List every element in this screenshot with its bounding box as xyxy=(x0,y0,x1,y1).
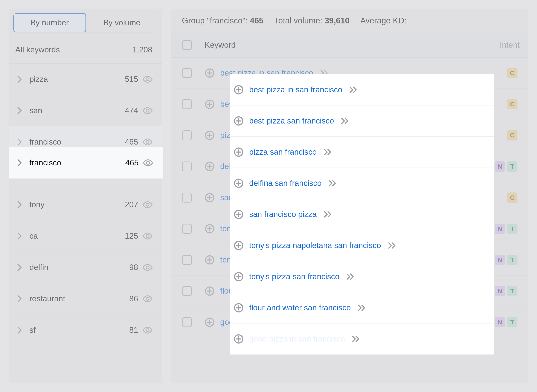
keyword-link[interactable]: delfina san francisco xyxy=(249,179,322,188)
eye-icon[interactable] xyxy=(142,201,153,208)
total-volume: Total volume: 39,610 xyxy=(274,16,350,25)
keyword-link[interactable]: tony's pizza napoletana san francisco xyxy=(249,241,381,250)
plus-circle-icon[interactable] xyxy=(205,130,215,140)
row-checkbox[interactable] xyxy=(182,162,192,171)
eye-icon[interactable] xyxy=(142,76,153,83)
chevron-right-icon xyxy=(16,107,23,114)
plus-circle-icon[interactable] xyxy=(205,317,215,327)
eye-icon[interactable] xyxy=(142,327,153,334)
group-name: francisco xyxy=(29,158,125,167)
intent-badge-n: N xyxy=(495,317,505,327)
group-count: 474 xyxy=(125,106,138,115)
sidebar-header: All keywords 1,208 xyxy=(9,36,162,64)
intent-badges: NT xyxy=(495,286,518,296)
eye-icon[interactable] xyxy=(142,107,153,114)
sidebar-item-tony[interactable]: tony207 xyxy=(9,189,162,220)
intent-badge-t: T xyxy=(507,224,518,234)
row-checkbox[interactable] xyxy=(182,317,192,327)
keyword-link[interactable]: pizza san francisco xyxy=(249,148,317,157)
group-count: 98 xyxy=(129,263,138,272)
double-chevron-icon[interactable] xyxy=(349,86,358,93)
main-header: Group "francisco": 465 Total volume: 39,… xyxy=(171,9,528,33)
plus-circle-icon[interactable] xyxy=(205,193,215,203)
svg-point-8 xyxy=(146,329,149,332)
keyword-link[interactable]: best pizza san francisco xyxy=(249,117,334,126)
group-name: delfin xyxy=(29,263,129,272)
double-chevron-icon[interactable] xyxy=(324,211,332,218)
row-checkbox[interactable] xyxy=(182,255,192,265)
plus-circle-icon[interactable] xyxy=(205,224,215,234)
row-checkbox[interactable] xyxy=(182,193,192,203)
sidebar-item-pizza[interactable]: pizza515 xyxy=(9,64,162,95)
keyword-link[interactable]: san francisco pizza xyxy=(249,210,317,219)
intent-badges: NT xyxy=(495,224,518,234)
plus-circle-icon[interactable] xyxy=(205,99,215,109)
eye-icon[interactable] xyxy=(142,295,153,303)
group-name: francisco xyxy=(29,137,125,146)
keyword-link[interactable]: good pizza in san francisco xyxy=(249,334,345,343)
plus-circle-icon[interactable] xyxy=(234,303,243,313)
table-row: pizza san francisco xyxy=(230,137,494,168)
group-name: ca xyxy=(29,232,125,241)
row-checkbox[interactable] xyxy=(182,68,192,78)
plus-circle-icon[interactable] xyxy=(234,241,243,250)
group-summary: Group "francisco": 465 xyxy=(182,16,264,25)
plus-circle-icon[interactable] xyxy=(234,147,243,157)
double-chevron-icon[interactable] xyxy=(328,180,337,187)
column-keyword[interactable]: Keyword xyxy=(205,41,500,50)
table-header: Keyword Intent xyxy=(171,33,528,58)
column-intent[interactable]: Intent xyxy=(500,41,520,50)
tab-by-volume[interactable]: By volume xyxy=(86,13,158,32)
sidebar-item-delfin[interactable]: delfin98 xyxy=(9,252,162,283)
table-row: tony's pizza san francisco xyxy=(230,261,494,292)
double-chevron-icon[interactable] xyxy=(324,149,332,155)
chevron-right-icon xyxy=(16,76,23,83)
sidebar-item-san[interactable]: san474 xyxy=(9,95,162,126)
plus-circle-icon[interactable] xyxy=(205,162,215,171)
plus-circle-icon[interactable] xyxy=(234,116,243,126)
plus-circle-icon[interactable] xyxy=(234,272,243,282)
keyword-link[interactable]: flour and water san francisco xyxy=(249,303,351,312)
group-name: restaurant xyxy=(29,294,129,303)
plus-circle-icon[interactable] xyxy=(234,210,243,219)
intent-badges: NT xyxy=(495,317,518,327)
svg-point-2 xyxy=(146,140,149,144)
row-checkbox[interactable] xyxy=(182,224,192,234)
sidebar-item-sf[interactable]: sf81 xyxy=(9,314,162,346)
sidebar: By number By volume All keywords 1,208 p… xyxy=(9,9,162,383)
double-chevron-icon[interactable] xyxy=(346,273,355,280)
plus-circle-icon[interactable] xyxy=(234,334,243,344)
chevron-right-icon xyxy=(16,295,23,303)
table-row: good pizza in san francisco xyxy=(230,323,494,355)
eye-icon[interactable] xyxy=(142,232,153,240)
double-chevron-icon[interactable] xyxy=(358,304,366,311)
chevron-right-icon xyxy=(16,232,23,240)
plus-circle-icon[interactable] xyxy=(205,68,215,78)
keyword-link[interactable]: best pizza in san francisco xyxy=(249,85,342,94)
row-checkbox[interactable] xyxy=(182,99,192,109)
keyword-link[interactable]: tony's pizza san francisco xyxy=(249,272,339,281)
double-chevron-icon[interactable] xyxy=(341,117,350,124)
group-name: tony xyxy=(29,200,125,209)
select-all-checkbox[interactable] xyxy=(182,40,192,50)
plus-circle-icon[interactable] xyxy=(234,178,243,188)
eye-icon[interactable] xyxy=(142,264,153,271)
tab-by-number[interactable]: By number xyxy=(13,13,86,33)
double-chevron-icon[interactable] xyxy=(388,242,397,249)
sort-toggle: By number By volume xyxy=(13,13,158,33)
row-checkbox[interactable] xyxy=(182,286,192,296)
eye-icon[interactable] xyxy=(142,138,153,146)
eye-icon[interactable] xyxy=(143,159,153,167)
plus-circle-icon[interactable] xyxy=(234,85,243,95)
sidebar-item-restaurant[interactable]: restaurant86 xyxy=(9,283,162,314)
sidebar-item-ca[interactable]: ca125 xyxy=(9,220,162,252)
group-name: pizza xyxy=(29,75,125,84)
row-checkbox[interactable] xyxy=(182,130,192,140)
chevron-right-icon xyxy=(16,159,23,167)
plus-circle-icon[interactable] xyxy=(205,255,215,265)
plus-circle-icon[interactable] xyxy=(205,286,215,296)
group-name: sf xyxy=(29,326,129,335)
sidebar-item-selected-highlight[interactable]: francisco 465 xyxy=(9,147,163,178)
intent-badge-c: C xyxy=(507,192,518,203)
double-chevron-icon[interactable] xyxy=(352,336,360,342)
